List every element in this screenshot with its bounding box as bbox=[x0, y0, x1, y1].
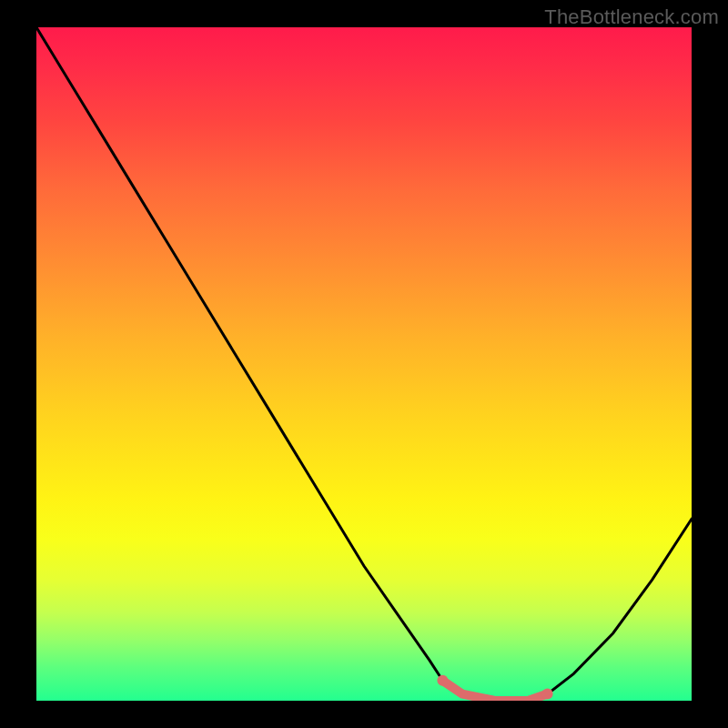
chart-svg bbox=[36, 27, 692, 701]
target-marker-path bbox=[442, 681, 547, 701]
watermark-text: TheBottleneck.com bbox=[544, 5, 719, 29]
chart-frame: TheBottleneck.com bbox=[0, 0, 728, 728]
plot-area bbox=[36, 27, 692, 701]
target-marker-start-dot bbox=[437, 675, 448, 686]
bottleneck-curve-path bbox=[36, 27, 692, 701]
target-marker-end-dot bbox=[542, 689, 553, 700]
